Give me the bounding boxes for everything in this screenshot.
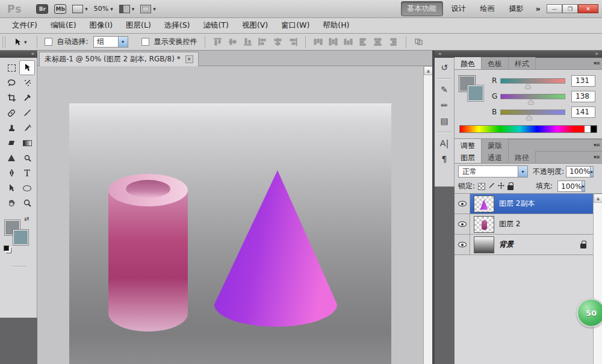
swap-colors-button[interactable]: ⇄	[24, 215, 29, 222]
tab-masks[interactable]: 蒙版	[482, 139, 509, 151]
workspace-overflow-button[interactable]: »	[536, 4, 541, 13]
lock-position-button[interactable]	[498, 182, 504, 191]
menu-window[interactable]: 窗口(W)	[275, 18, 315, 33]
layer-name[interactable]: 背景	[499, 239, 514, 250]
opacity-field[interactable]: 100% ▸	[566, 166, 594, 177]
auto-select-dropdown[interactable]: 组 ▾	[93, 36, 128, 48]
eyedropper-tool[interactable]	[19, 90, 35, 105]
workspace-design-button[interactable]: 设计	[445, 2, 472, 16]
distribute-horizontal-centers-icon[interactable]	[374, 38, 383, 46]
tab-layers[interactable]: 图层	[455, 151, 482, 163]
menu-edit[interactable]: 编辑(E)	[45, 18, 82, 33]
menu-help[interactable]: 帮助(H)	[317, 18, 355, 33]
red-slider[interactable]	[500, 78, 565, 84]
distribute-left-edges-icon[interactable]	[359, 38, 368, 46]
distribute-right-edges-icon[interactable]	[389, 38, 398, 46]
layer-row-layer2-copy[interactable]: 图层 2副本	[455, 194, 602, 214]
scroll-up-button[interactable]: ▲	[594, 194, 602, 203]
default-colors-button[interactable]	[4, 245, 9, 251]
tab-close-button[interactable]: ✕	[185, 55, 193, 63]
align-right-edges-icon[interactable]	[288, 38, 297, 46]
green-slider[interactable]	[500, 94, 565, 99]
tab-adjustments[interactable]: 调整	[455, 139, 482, 151]
show-transform-checkbox[interactable]	[141, 38, 149, 46]
ellipse-tool[interactable]	[19, 180, 35, 196]
menu-select[interactable]: 选择(S)	[158, 18, 196, 33]
dodge-tool[interactable]	[19, 150, 35, 165]
black-swatch[interactable]	[591, 126, 597, 132]
brush-tool[interactable]	[19, 105, 35, 120]
lasso-tool[interactable]	[4, 75, 19, 90]
distribute-top-edges-icon[interactable]	[314, 38, 323, 46]
tab-paths[interactable]: 路径	[509, 151, 536, 163]
align-bottom-edges-icon[interactable]	[243, 38, 252, 46]
visibility-toggle[interactable]	[455, 214, 470, 234]
zoom-tool[interactable]	[19, 196, 35, 211]
slider-thumb[interactable]	[528, 100, 534, 104]
brush-presets-panel-icon[interactable]: ✎	[441, 85, 448, 94]
pasteboard[interactable]: ▲	[37, 66, 432, 364]
menu-layer[interactable]: 图层(L)	[120, 18, 157, 33]
arrange-documents-button[interactable]: ▾	[119, 5, 135, 13]
menu-file[interactable]: 文件(F)	[6, 18, 43, 33]
document-canvas[interactable]	[69, 103, 391, 364]
lock-all-button[interactable]	[507, 185, 514, 190]
green-value-field[interactable]: 138	[571, 91, 595, 102]
layer-thumbnail[interactable]	[474, 216, 494, 233]
white-swatch[interactable]	[585, 126, 591, 132]
move-tool[interactable]	[19, 60, 35, 75]
pen-tool[interactable]	[4, 165, 19, 180]
hand-tool[interactable]	[4, 196, 19, 211]
panel-menu-icon[interactable]: ▾≡	[594, 60, 600, 66]
type-tool[interactable]: T	[19, 165, 35, 180]
character-panel-icon[interactable]: A|	[440, 138, 448, 148]
canvas-vertical-scrollbar[interactable]: ▲	[423, 66, 432, 364]
history-brush-tool[interactable]	[19, 120, 35, 135]
workspace-photography-button[interactable]: 摄影	[503, 2, 530, 16]
scroll-up-button[interactable]: ▲	[424, 66, 432, 75]
toolbar-collapse-button[interactable]: «	[0, 51, 37, 58]
view-extras-button[interactable]: ▾	[72, 5, 88, 13]
panel-menu-icon[interactable]: ▾≡	[594, 154, 600, 160]
dock-collapse-right-button[interactable]: »	[595, 51, 598, 58]
menu-view[interactable]: 视图(V)	[236, 18, 274, 33]
background-color-swatch[interactable]	[468, 85, 483, 101]
mobile-button[interactable]: Mb	[54, 4, 66, 14]
tab-swatches[interactable]: 色板	[482, 57, 509, 69]
layer-thumbnail[interactable]	[474, 196, 494, 212]
layer-row-background[interactable]: 背景	[455, 235, 602, 255]
blur-tool[interactable]	[4, 150, 19, 165]
eraser-tool[interactable]	[4, 135, 19, 150]
layer-name[interactable]: 图层 2副本	[499, 199, 535, 209]
path-selection-tool[interactable]	[4, 180, 19, 196]
slider-thumb[interactable]	[526, 116, 532, 120]
layer-name[interactable]: 图层 2	[499, 219, 520, 229]
blue-value-field[interactable]: 141	[571, 106, 595, 118]
slider-thumb[interactable]	[525, 84, 531, 88]
align-horizontal-centers-icon[interactable]	[273, 38, 282, 46]
crop-tool[interactable]	[4, 90, 19, 105]
tab-channels[interactable]: 通道	[482, 151, 509, 163]
red-value-field[interactable]: 131	[571, 75, 595, 87]
menu-image[interactable]: 图像(I)	[84, 18, 119, 33]
layers-scrollbar[interactable]: ▲	[593, 194, 602, 364]
move-tool-preset[interactable]: ▾	[11, 38, 29, 46]
history-panel-icon[interactable]: ↺	[441, 63, 448, 72]
color-spectrum-ramp[interactable]	[459, 125, 597, 133]
auto-select-checkbox[interactable]	[45, 38, 52, 46]
blend-mode-dropdown[interactable]: 正常 ▾	[458, 165, 528, 177]
tab-color[interactable]: 颜色	[455, 57, 482, 69]
magic-wand-tool[interactable]	[19, 75, 35, 90]
distribute-bottom-edges-icon[interactable]	[344, 38, 353, 46]
screen-mode-button[interactable]: ▾	[140, 5, 156, 13]
menu-filter[interactable]: 滤镜(T)	[197, 18, 234, 33]
spectrum-gradient[interactable]	[460, 126, 585, 132]
zoom-level-value[interactable]: 50%	[94, 5, 108, 13]
background-color-swatch[interactable]	[13, 230, 28, 245]
notification-badge[interactable]: 50	[577, 298, 602, 327]
dock-collapse-left-button[interactable]: «	[438, 51, 442, 58]
distribute-vertical-centers-icon[interactable]	[329, 38, 338, 46]
layer-row-layer2[interactable]: 图层 2	[455, 214, 602, 235]
blue-slider[interactable]	[500, 110, 565, 115]
document-tab[interactable]: 未标题-1 @ 50% (图层 2 副本, RGB/8) * ✕	[39, 52, 199, 66]
